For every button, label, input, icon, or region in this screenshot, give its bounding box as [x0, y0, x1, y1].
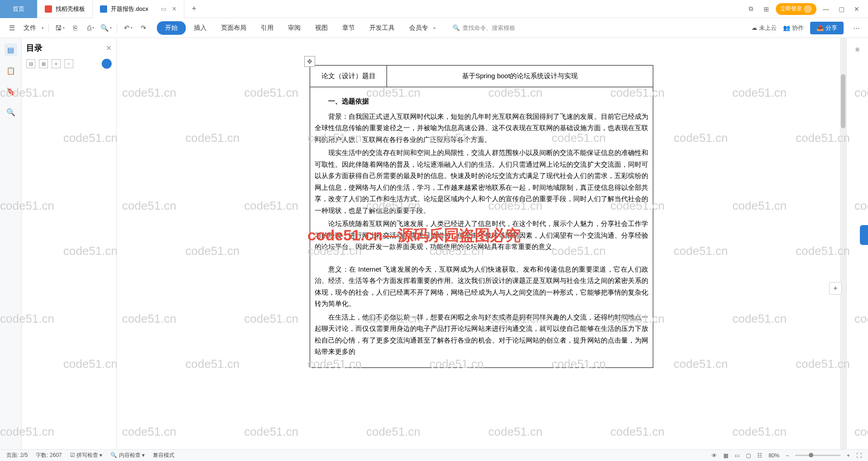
fullscreen-icon[interactable]: ⛶ — [856, 452, 862, 459]
expand-icon[interactable]: ⊞ — [39, 59, 48, 68]
remove-icon[interactable]: − — [64, 59, 73, 68]
compat-mode[interactable]: 兼容模式 — [153, 452, 175, 459]
zoom-in[interactable]: + — [847, 452, 850, 459]
paragraph: 意义：在 Internet 飞速发展的今天，互联网成为人们快速获取、发布和传递信… — [315, 263, 648, 310]
print-icon[interactable]: ⎙ — [84, 22, 97, 34]
paragraph: 论坛系统随着互联网的飞速发展，人类已经进入了信息时代，在这个时代，展示个人魅力，… — [315, 218, 648, 253]
menu-review[interactable]: 审阅 — [282, 21, 307, 35]
toc-close-icon[interactable]: ✕ — [106, 44, 112, 52]
doc-icon — [100, 5, 107, 13]
bookmark-icon[interactable]: 🔖 — [5, 85, 17, 98]
view-mode-4[interactable]: ☷ — [757, 452, 762, 459]
view-mode-1[interactable]: ▦ — [723, 452, 728, 459]
thesis-title: 基于Spring boot的论坛系统设计与实现 — [387, 66, 653, 87]
float-tab[interactable] — [860, 225, 868, 245]
paragraph: 背景：自我国正式进入互联网时代以来，短短的几年时光互联网在我国得到了飞速的发展。… — [315, 111, 648, 146]
add-icon[interactable]: + — [52, 59, 61, 68]
menu-vip[interactable]: 会员专 — [403, 21, 434, 35]
toc-panel: 目录 ✕ ⊟ ⊞ + − — [22, 38, 117, 449]
window-controls: ⧉ ⊞ 立即登录 — ▢ ✕ — [745, 3, 868, 15]
menu-start[interactable]: 开始 — [157, 21, 186, 35]
menu-view[interactable]: 视图 — [309, 21, 334, 35]
cloud-status[interactable]: ☁未上云 — [751, 24, 777, 32]
document-area[interactable]: ✥ 论文（设计）题目 基于Spring boot的论坛系统设计与实现 一、选题依… — [117, 38, 846, 449]
collab-button[interactable]: 👥协作 — [783, 24, 804, 32]
thesis-label: 论文（设计）题目 — [310, 66, 387, 87]
tab-close-icon[interactable]: ✕ — [172, 5, 177, 12]
preview-icon[interactable]: 🔍 — [99, 22, 112, 34]
scrollbar[interactable] — [840, 38, 846, 449]
tab-window-icon[interactable]: ▭ — [161, 5, 166, 12]
panel-toggle-icon[interactable]: ≡ — [851, 43, 864, 56]
view-eye-icon[interactable]: 👁 — [712, 452, 717, 459]
save-icon[interactable]: 🖫 — [53, 22, 66, 34]
zoom-slider[interactable] — [795, 455, 840, 456]
paragraph: 在生活上，他们不必像以前一样，想要在闲暇之余与好友或者是拥有同样兴趣的人交流，还… — [315, 311, 648, 358]
main-menu: 开始 插入 页面布局 引用 审阅 视图 章节 开发工具 会员专 — [157, 21, 434, 35]
more-icon[interactable]: ⋯ — [850, 22, 863, 34]
menu-layout[interactable]: 页面布局 — [215, 21, 253, 35]
login-button[interactable]: 立即登录 — [776, 3, 816, 15]
left-sidebar: ▤ 📋 🔖 🔍 — [0, 38, 22, 449]
collapse-icon[interactable]: ⊟ — [26, 59, 35, 68]
toolbar: ☰ 文件 ▾ 🖫 ⎘ ⎙ 🔍 ↶ ↷ 开始 插入 页面布局 引用 审阅 视图 章… — [0, 18, 868, 38]
move-handle-icon[interactable]: ✥ — [304, 56, 315, 67]
menu-insert[interactable]: 插入 — [188, 21, 213, 35]
menu-reference[interactable]: 引用 — [255, 21, 280, 35]
tab-home[interactable]: 首页 — [0, 0, 38, 18]
menu-chapter[interactable]: 章节 — [336, 21, 361, 35]
page-indicator[interactable]: 页面: 2/5 — [6, 452, 28, 459]
avatar-icon — [804, 5, 812, 13]
view-mode-3[interactable]: ▢ — [746, 452, 751, 459]
titlebar: 首页 找稻壳模板 开题报告.docx ▭ ✕ + ⧉ ⊞ 立即登录 — ▢ ✕ — [0, 0, 868, 18]
section-heading: 一、选题依据 — [315, 95, 648, 107]
statusbar: 页面: 2/5 字数: 2607 ☑ 拼写检查 ▾ 🔍 内容检查 ▾ 兼容模式 … — [0, 449, 868, 461]
word-count[interactable]: 字数: 2607 — [36, 452, 61, 459]
search-icon: 🔍 — [453, 24, 460, 31]
tab-label: 找稻壳模板 — [56, 5, 85, 13]
outline-icon[interactable]: ▤ — [5, 43, 17, 56]
tab-label: 开题报告.docx — [111, 5, 148, 13]
zoom-out[interactable]: − — [786, 452, 789, 459]
scroll-thumb[interactable] — [841, 74, 845, 128]
maximize-icon[interactable]: ▢ — [835, 3, 847, 15]
tab-document[interactable]: 开题报告.docx ▭ ✕ — [93, 0, 184, 18]
clipboard-icon[interactable]: 📋 — [5, 64, 17, 77]
spell-check[interactable]: ☑ 拼写检查 ▾ — [70, 452, 103, 459]
zoom-level[interactable]: 80% — [769, 452, 779, 459]
minimize-icon[interactable]: — — [820, 3, 832, 15]
toc-title: 目录 — [26, 42, 42, 53]
paragraph: 现实生活中的交流存在时间和空间上的局限性，交流人群范围狭小以及间断的交流不能保证… — [315, 147, 648, 216]
tab-template[interactable]: 找稻壳模板 — [38, 0, 93, 18]
ai-icon[interactable] — [102, 59, 112, 69]
tab-add-button[interactable]: + — [184, 4, 204, 14]
document-page: ✥ 论文（设计）题目 基于Spring boot的论坛系统设计与实现 一、选题依… — [310, 65, 653, 449]
grid-icon[interactable]: ⊞ — [760, 3, 772, 15]
find-icon[interactable]: 🔍 — [5, 106, 17, 118]
file-menu[interactable]: 文件 — [24, 24, 36, 32]
close-icon[interactable]: ✕ — [851, 3, 863, 15]
content-check[interactable]: 🔍 内容检查 ▾ — [110, 452, 145, 459]
search-box[interactable]: 🔍 查找命令、搜索模板 — [453, 24, 515, 32]
main-area: ▤ 📋 🔖 🔍 目录 ✕ ⊟ ⊞ + − ✥ 论文（设计）题目 基于Spring… — [0, 38, 868, 449]
share-button[interactable]: 📤 分享 — [810, 22, 844, 34]
export-icon[interactable]: ⎘ — [69, 22, 81, 34]
menu-icon[interactable]: ☰ — [5, 22, 18, 34]
layout-icon[interactable]: ⧉ — [745, 3, 757, 15]
template-icon — [45, 5, 52, 13]
menu-dev[interactable]: 开发工具 — [363, 21, 401, 35]
undo-icon[interactable]: ↶ — [122, 22, 134, 34]
add-page-button[interactable]: + — [829, 282, 842, 295]
redo-icon[interactable]: ↷ — [137, 22, 150, 34]
view-mode-2[interactable]: ▭ — [735, 452, 740, 459]
